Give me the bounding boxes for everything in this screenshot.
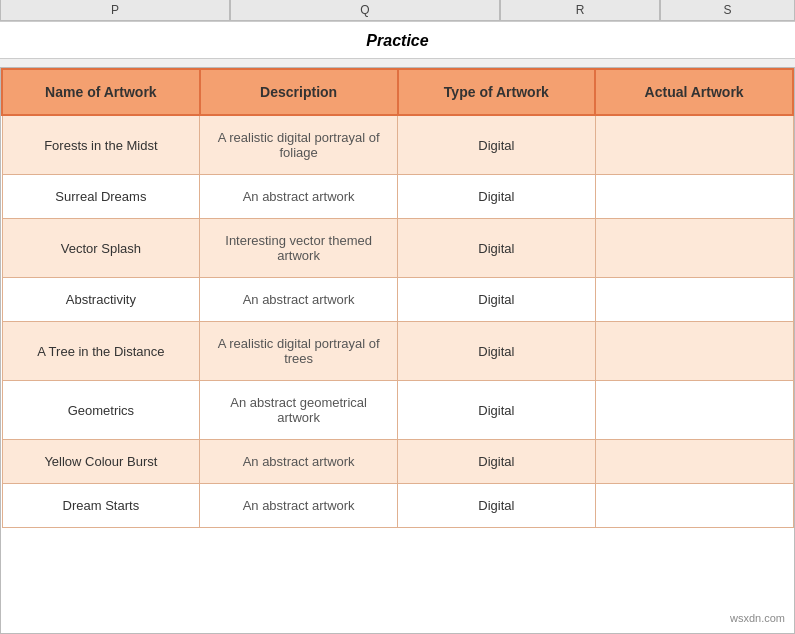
header-type: Type of Artwork — [398, 69, 596, 115]
table-row: Forests in the MidstA realistic digital … — [2, 115, 793, 175]
cell-type[interactable]: Digital — [398, 381, 596, 440]
cell-type[interactable]: Digital — [398, 115, 596, 175]
spreadsheet-title: Practice — [0, 21, 795, 59]
cell-artwork[interactable] — [595, 278, 793, 322]
artwork-table: Name of Artwork Description Type of Artw… — [1, 68, 794, 528]
watermark: wsxdn.com — [730, 612, 785, 624]
table-row: AbstractivityAn abstract artworkDigital — [2, 278, 793, 322]
cell-description[interactable]: An abstract artwork — [200, 440, 398, 484]
cell-description[interactable]: A realistic digital portrayal of trees — [200, 322, 398, 381]
cell-artwork[interactable] — [595, 219, 793, 278]
cell-name[interactable]: Abstractivity — [2, 278, 200, 322]
cell-type[interactable]: Digital — [398, 175, 596, 219]
col-header-p: P — [0, 0, 230, 20]
cell-type[interactable]: Digital — [398, 484, 596, 528]
header-description: Description — [200, 69, 398, 115]
col-header-r: R — [500, 0, 660, 20]
cell-artwork[interactable] — [595, 440, 793, 484]
table-row: Surreal DreamsAn abstract artworkDigital — [2, 175, 793, 219]
col-header-q: Q — [230, 0, 500, 20]
cell-type[interactable]: Digital — [398, 440, 596, 484]
cell-name[interactable]: Geometrics — [2, 381, 200, 440]
cell-name[interactable]: A Tree in the Distance — [2, 322, 200, 381]
table-row: Yellow Colour BurstAn abstract artworkDi… — [2, 440, 793, 484]
cell-artwork[interactable] — [595, 322, 793, 381]
cell-name[interactable]: Surreal Dreams — [2, 175, 200, 219]
table-row: A Tree in the DistanceA realistic digita… — [2, 322, 793, 381]
cell-description[interactable]: An abstract geometrical artwork — [200, 381, 398, 440]
cell-description[interactable]: An abstract artwork — [200, 278, 398, 322]
header-name: Name of Artwork — [2, 69, 200, 115]
header-artwork: Actual Artwork — [595, 69, 793, 115]
cell-description[interactable]: Interesting vector themed artwork — [200, 219, 398, 278]
table-row: GeometricsAn abstract geometrical artwor… — [2, 381, 793, 440]
cell-description[interactable]: A realistic digital portrayal of foliage — [200, 115, 398, 175]
table-row: Dream StartsAn abstract artworkDigital — [2, 484, 793, 528]
cell-type[interactable]: Digital — [398, 278, 596, 322]
cell-artwork[interactable] — [595, 484, 793, 528]
table-header-row: Name of Artwork Description Type of Artw… — [2, 69, 793, 115]
cell-name[interactable]: Yellow Colour Burst — [2, 440, 200, 484]
cell-type[interactable]: Digital — [398, 219, 596, 278]
cell-artwork[interactable] — [595, 381, 793, 440]
col-header-s: S — [660, 0, 795, 20]
table-row: Vector SplashInteresting vector themed a… — [2, 219, 793, 278]
cell-description[interactable]: An abstract artwork — [200, 484, 398, 528]
cell-type[interactable]: Digital — [398, 322, 596, 381]
table-wrapper: Name of Artwork Description Type of Artw… — [0, 67, 795, 634]
cell-name[interactable]: Vector Splash — [2, 219, 200, 278]
cell-artwork[interactable] — [595, 175, 793, 219]
cell-name[interactable]: Dream Starts — [2, 484, 200, 528]
cell-name[interactable]: Forests in the Midst — [2, 115, 200, 175]
cell-description[interactable]: An abstract artwork — [200, 175, 398, 219]
cell-artwork[interactable] — [595, 115, 793, 175]
column-headers-row: P Q R S — [0, 0, 795, 21]
spreadsheet-container: P Q R S Practice Name of Artwork Descrip… — [0, 0, 795, 634]
